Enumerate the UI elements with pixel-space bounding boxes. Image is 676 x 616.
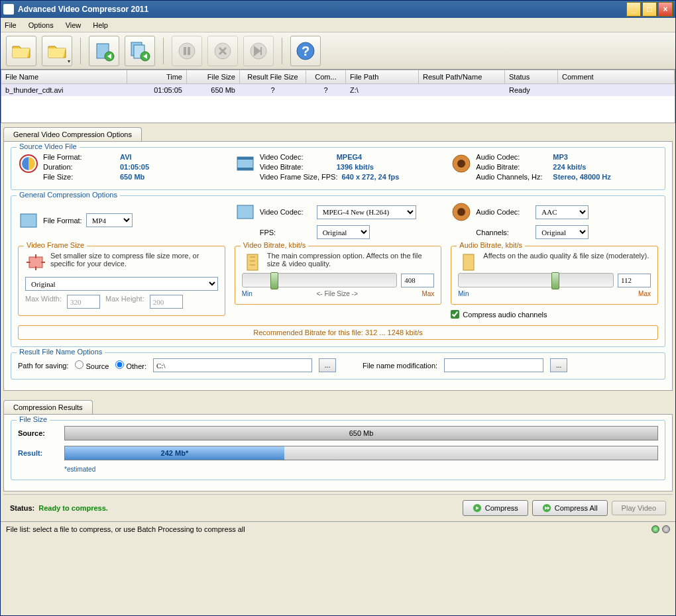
vframe-label: Video Frame Size, FPS: bbox=[260, 173, 338, 181]
vbitrate-icon bbox=[242, 252, 263, 273]
acodec-value: MP3 bbox=[553, 153, 568, 161]
menu-help[interactable]: Help bbox=[93, 21, 108, 29]
browse-mod-button[interactable]: ... bbox=[550, 358, 567, 372]
estimated-note: *estimated bbox=[64, 466, 658, 473]
video-info-icon bbox=[235, 153, 256, 174]
vbitrate-label: Video Bitrate: bbox=[260, 163, 333, 171]
mod-input[interactable] bbox=[444, 358, 543, 372]
col-filesize[interactable]: File Size bbox=[187, 70, 240, 83]
compress-button[interactable]: Compress bbox=[463, 500, 528, 516]
file-info-icon bbox=[18, 153, 39, 174]
fileformat-value: AVI bbox=[120, 153, 132, 161]
acodec-select[interactable]: AAC bbox=[535, 205, 589, 219]
status-dot-gray bbox=[662, 525, 670, 533]
abitrate-input[interactable] bbox=[618, 274, 651, 287]
stop-button bbox=[207, 36, 238, 66]
compress-audio-checkbox[interactable]: Compress audio channels bbox=[451, 310, 658, 319]
close-button[interactable]: × bbox=[658, 2, 673, 17]
maxh-input bbox=[150, 295, 183, 309]
vbitrate-legend: Video Bitrate, kbit/s bbox=[241, 241, 309, 249]
general-panel: Source Video File File Format:AVI Durati… bbox=[3, 141, 673, 391]
acodec-icon bbox=[451, 201, 472, 223]
results-legend: File Size bbox=[17, 415, 50, 423]
col-comment[interactable]: Comment bbox=[558, 70, 675, 83]
help-button[interactable]: ? bbox=[290, 36, 321, 66]
cell-time: 01:05:05 bbox=[127, 84, 187, 96]
svg-rect-14 bbox=[237, 157, 253, 160]
output-legend: Result File Name Options bbox=[17, 348, 105, 356]
status-dot-green bbox=[651, 525, 659, 533]
col-time[interactable]: Time bbox=[127, 70, 187, 83]
compress-all-icon bbox=[542, 503, 551, 513]
col-filepath[interactable]: File Path bbox=[346, 70, 419, 83]
compression-legend: General Compression Options bbox=[17, 191, 120, 199]
svg-rect-15 bbox=[237, 168, 253, 170]
channels-label: Channels: bbox=[476, 229, 532, 236]
cell-filesize: 650 Mb bbox=[187, 84, 240, 96]
source-bar-label: Source: bbox=[18, 429, 64, 437]
tab-results[interactable]: Compression Results bbox=[3, 400, 93, 414]
svg-point-5 bbox=[179, 43, 195, 59]
channels-select[interactable]: Original bbox=[535, 225, 589, 239]
table-row[interactable]: b_thunder_cdt.avi 01:05:05 650 Mb ? ? Z:… bbox=[1, 84, 675, 96]
source-fieldset: Source Video File File Format:AVI Durati… bbox=[11, 147, 665, 190]
abitrate-icon bbox=[458, 252, 479, 273]
statusbar-text: File list: select a file to compress, or… bbox=[6, 525, 245, 533]
fps-select[interactable]: Original bbox=[317, 225, 370, 239]
toolbar-separator bbox=[163, 38, 164, 64]
abitrate-fieldset: Audio Bitrate, kbit/s Affects on the aud… bbox=[451, 246, 658, 305]
recommend-note: Recommended Bitrate for this file: 312 .… bbox=[18, 325, 658, 340]
col-com[interactable]: Com... bbox=[306, 70, 346, 83]
compress-single-button[interactable] bbox=[89, 36, 119, 66]
compress-audio-input[interactable] bbox=[451, 310, 459, 319]
col-status[interactable]: Status bbox=[505, 70, 558, 83]
framesize-select[interactable]: Original bbox=[25, 277, 218, 291]
toolbar-separator bbox=[80, 38, 81, 64]
path-input[interactable] bbox=[153, 358, 312, 372]
vbitrate-input[interactable] bbox=[401, 274, 434, 287]
col-resultpath[interactable]: Result Path/Name bbox=[419, 70, 505, 83]
minimize-button[interactable]: _ bbox=[626, 2, 641, 17]
vcodec-label: Video Codec: bbox=[260, 153, 333, 161]
vcodec-select[interactable]: MPEG-4 New (H.264) bbox=[317, 205, 416, 219]
menu-options[interactable]: Options bbox=[28, 21, 54, 29]
browse-path-button[interactable]: ... bbox=[319, 358, 336, 372]
framesize-legend: Video Frame Size bbox=[24, 241, 87, 249]
open-folder-button[interactable]: ▾ bbox=[42, 36, 72, 66]
abitrate-slider[interactable] bbox=[458, 273, 614, 287]
svg-rect-18 bbox=[21, 214, 36, 227]
svg-rect-24 bbox=[463, 254, 474, 270]
maximize-button[interactable]: □ bbox=[642, 2, 657, 17]
maxw-input bbox=[67, 295, 100, 309]
compression-fieldset: General Compression Options File Format:… bbox=[11, 195, 665, 347]
filesize-label: File Size: bbox=[43, 173, 116, 181]
vbitrate-slider[interactable] bbox=[242, 273, 398, 287]
status-label: Status: bbox=[10, 504, 34, 512]
col-filename[interactable]: File Name bbox=[1, 70, 127, 83]
resize-icon bbox=[25, 252, 46, 273]
framesize-fieldset: Video Frame Size Set smaller size to com… bbox=[18, 246, 225, 316]
col-resultsize[interactable]: Result File Size bbox=[240, 70, 306, 83]
radio-source[interactable]: Source bbox=[75, 360, 109, 370]
svg-rect-19 bbox=[237, 205, 253, 219]
menu-view[interactable]: View bbox=[66, 21, 82, 29]
results-panel: File Size Source: 650 Mb Result: 242 Mb*… bbox=[3, 414, 673, 491]
pause-button bbox=[172, 36, 202, 66]
tab-general-options[interactable]: General Video Compression Options bbox=[3, 127, 142, 141]
format-select[interactable]: MP4 bbox=[86, 213, 133, 227]
path-label: Path for saving: bbox=[18, 362, 68, 370]
menu-file[interactable]: File bbox=[5, 21, 17, 29]
compress-all-button[interactable] bbox=[125, 36, 155, 66]
vbitrate-fieldset: Video Bitrate, kbit/s The main compressi… bbox=[235, 246, 442, 305]
radio-other[interactable]: Other: bbox=[115, 360, 146, 370]
compress-all-button[interactable]: Compress All bbox=[532, 500, 608, 516]
tabbar-results: Compression Results bbox=[1, 396, 675, 414]
result-bar: 242 Mb* bbox=[64, 446, 658, 460]
cell-com: ? bbox=[306, 84, 346, 96]
open-file-button[interactable] bbox=[6, 36, 36, 66]
cell-filename: b_thunder_cdt.avi bbox=[1, 84, 127, 96]
results-fieldset: File Size Source: 650 Mb Result: 242 Mb*… bbox=[11, 420, 665, 480]
duration-value: 01:05:05 bbox=[120, 163, 149, 171]
skip-button bbox=[243, 36, 274, 66]
file-grid: File Name Time File Size Result File Siz… bbox=[1, 70, 675, 123]
